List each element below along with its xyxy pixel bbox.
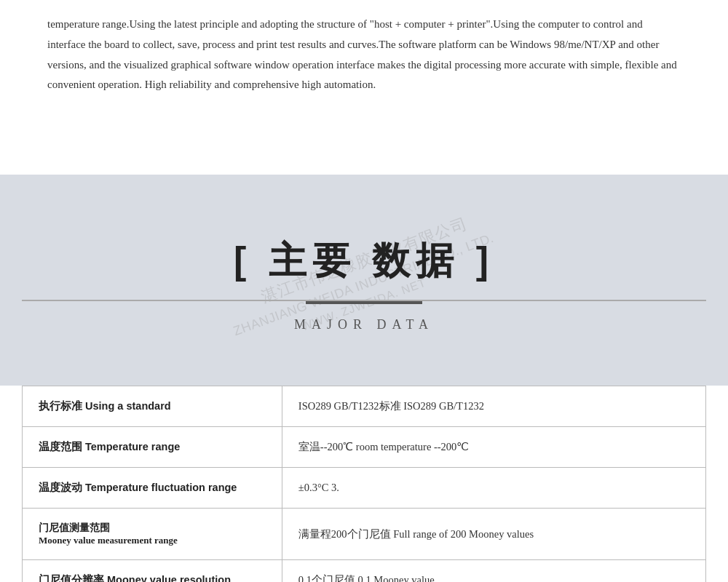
table-row: 门尼值测量范围Mooney value measurement range满量程… [23, 509, 706, 560]
table-row: 执行标准 Using a standardISO289 GB/T1232标准 I… [23, 386, 706, 427]
top-section: temperature range.Using the latest princ… [0, 0, 728, 175]
middle-section: 湛江市伟达橡胶工业有限公司 ZHANJIANG WEIDA INDUSTRIAL… [0, 175, 728, 386]
section-divider-accent [306, 301, 422, 304]
table-row: 温度范围 Temperature range室温--200℃ room temp… [23, 427, 706, 468]
table-cell-label: 门尼值分辨率 Mooney value resolution [23, 560, 282, 583]
cell-label-zh: 门尼值测量范围 [39, 522, 266, 535]
table-cell-label: 温度波动 Temperature fluctuation range [23, 468, 282, 509]
table-cell-label: 门尼值测量范围Mooney value measurement range [23, 509, 282, 560]
table-cell-label: 执行标准 Using a standard [23, 386, 282, 427]
intro-paragraph: temperature range.Using the latest princ… [47, 15, 681, 95]
cell-label-en: Mooney value measurement range [39, 535, 266, 546]
table-cell-label: 温度范围 Temperature range [23, 427, 282, 468]
table-cell-value: ISO289 GB/T1232标准 ISO289 GB/T1232 [282, 386, 705, 427]
section-title-zh: [ 主要 数据 ] [234, 236, 494, 287]
table-row: 门尼值分辨率 Mooney value resolution0.1个门尼值 0.… [23, 560, 706, 583]
table-row: 温度波动 Temperature fluctuation range±0.3°C… [23, 468, 706, 509]
table-cell-value: 室温--200℃ room temperature --200℃ [282, 427, 705, 468]
section-title-en: MAJOR DATA [294, 317, 434, 332]
table-cell-value: 满量程200个门尼值 Full range of 200 Mooney valu… [282, 509, 705, 560]
bottom-section: 执行标准 Using a standardISO289 GB/T1232标准 I… [0, 386, 728, 582]
table-cell-value: 0.1个门尼值 0.1 Mooney value [282, 560, 705, 583]
data-table: 执行标准 Using a standardISO289 GB/T1232标准 I… [22, 386, 706, 582]
table-cell-value: ±0.3°C 3. [282, 468, 705, 509]
